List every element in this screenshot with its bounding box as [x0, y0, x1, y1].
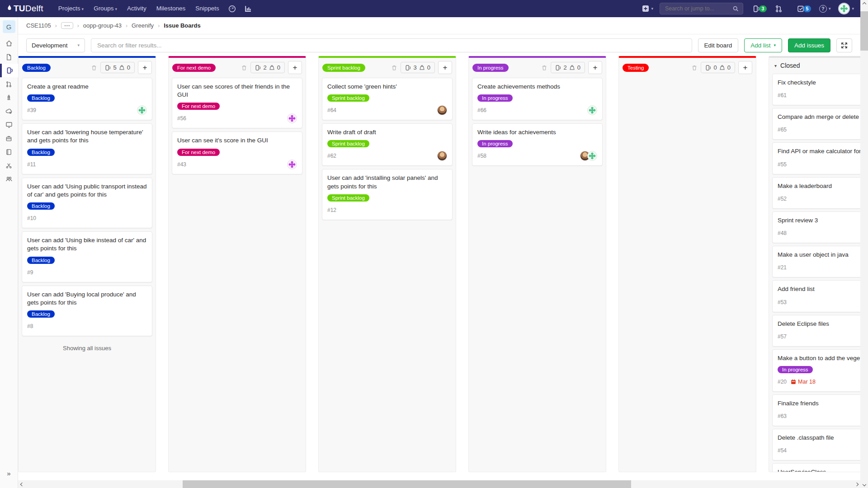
nav-groups[interactable]: Groups▾: [89, 0, 122, 18]
sidebar-item-snippets[interactable]: [0, 159, 18, 172]
sidebar-item-packages[interactable]: [0, 131, 18, 145]
issue-card[interactable]: Collect some 'green hints'Sprint backlog…: [322, 78, 453, 120]
avatar-photo[interactable]: [437, 151, 447, 161]
instance-statistics-icon[interactable]: [244, 5, 252, 13]
user-menu-button[interactable]: ▾: [838, 3, 854, 14]
project-avatar[interactable]: G: [3, 20, 15, 33]
issue-card[interactable]: Add friend list#53: [772, 280, 860, 312]
delete-list-button[interactable]: [541, 65, 547, 71]
breadcrumb-subgroup[interactable]: oopp-group-43: [83, 22, 122, 29]
delete-list-button[interactable]: [241, 65, 247, 71]
add-issue-to-list-button[interactable]: +: [288, 61, 302, 74]
sidebar-item-members[interactable]: [0, 172, 18, 186]
delete-list-button[interactable]: [91, 65, 97, 71]
issue-card[interactable]: Write draft of draftSprint backlog#62: [322, 123, 453, 166]
breadcrumb-ellipsis[interactable]: ⋯: [61, 22, 73, 29]
issue-card[interactable]: User can add 'installing solar panels' a…: [322, 169, 453, 220]
avatar-photo[interactable]: [437, 105, 447, 115]
issue-card[interactable]: User can see it's score in the GUIFor ne…: [172, 131, 302, 174]
issue-card[interactable]: User can add 'Using bike instead of car'…: [22, 231, 152, 282]
filter-search-input[interactable]: [91, 38, 692, 52]
issue-label[interactable]: Backlog: [27, 310, 55, 318]
issue-card[interactable]: User can add 'lowering house temperature…: [22, 123, 152, 174]
add-issues-button[interactable]: Add issues: [788, 38, 830, 52]
issue-card[interactable]: Create a great readmeBacklog#39: [22, 78, 152, 120]
issue-label[interactable]: Sprint backlog: [327, 94, 369, 102]
avatar-identicon[interactable]: [287, 113, 297, 123]
issue-card[interactable]: User can add 'Using public transport ins…: [22, 178, 152, 228]
vertical-scrollbar[interactable]: [860, 0, 868, 488]
sidebar-item-merge-requests[interactable]: [0, 77, 18, 91]
delete-list-button[interactable]: [691, 65, 698, 71]
issue-card[interactable]: Delete Eclipse files#57: [772, 315, 860, 347]
breadcrumb-group[interactable]: CSE1105: [26, 22, 51, 29]
sidebar-expand-toggle[interactable]: »: [7, 469, 10, 477]
issue-card[interactable]: UserServiceClass#50: [772, 463, 860, 472]
issue-card[interactable]: Sprint review 3#48: [772, 211, 860, 243]
issues-counter-button[interactable]: 3: [753, 5, 767, 13]
issue-card[interactable]: Make a button to add the vegetarianIn pr…: [772, 349, 860, 392]
global-search-input[interactable]: [664, 5, 733, 12]
sidebar-item-environments[interactable]: [0, 118, 18, 131]
avatar-identicon[interactable]: [587, 151, 597, 161]
issue-card[interactable]: Make a user object in java#21: [772, 246, 860, 277]
issue-card[interactable]: Create achievements methodsIn progress#6…: [472, 78, 603, 120]
issue-card[interactable]: User can see scores of their friends in …: [172, 78, 302, 128]
vertical-scrollbar-thumb[interactable]: [860, 11, 868, 51]
add-issue-to-list-button[interactable]: +: [588, 61, 602, 74]
sidebar-item-overview[interactable]: [0, 37, 18, 50]
issue-label[interactable]: Backlog: [27, 94, 55, 102]
sidebar-item-issues[interactable]: [0, 64, 18, 77]
sidebar-item-ci-cd[interactable]: [0, 91, 18, 104]
fullscreen-button[interactable]: [836, 38, 852, 52]
todos-button[interactable]: 5: [797, 5, 811, 13]
issue-label[interactable]: In progress: [477, 140, 513, 147]
breadcrumb-project[interactable]: Greenify: [132, 22, 154, 29]
nav-snippets[interactable]: Snippets: [190, 0, 224, 17]
issue-label[interactable]: Sprint backlog: [327, 194, 369, 202]
operations-dashboard-icon[interactable]: [228, 5, 236, 13]
collapse-list-chevron[interactable]: ▾: [774, 63, 777, 68]
issue-label[interactable]: Backlog: [27, 149, 55, 156]
scroll-down-arrow[interactable]: [860, 480, 868, 488]
global-search[interactable]: [660, 3, 743, 14]
add-issue-to-list-button[interactable]: +: [438, 61, 452, 74]
nav-milestones[interactable]: Milestones: [151, 0, 191, 17]
sidebar-item-repository[interactable]: [0, 50, 18, 64]
horizontal-scrollbar-thumb[interactable]: [183, 480, 631, 488]
merge-requests-button[interactable]: 0: [775, 5, 789, 13]
issue-card[interactable]: Find API or make calculator for CO2#55: [772, 142, 860, 174]
issue-card[interactable]: Make a leaderboard#52: [772, 177, 860, 209]
add-issue-to-list-button[interactable]: +: [738, 61, 752, 74]
horizontal-scrollbar[interactable]: [18, 480, 860, 488]
sidebar-item-operations[interactable]: [0, 104, 18, 118]
avatar-identicon[interactable]: [587, 105, 597, 115]
scroll-right-arrow[interactable]: [853, 480, 860, 488]
issue-card[interactable]: Write ideas for achievementsIn progress#…: [472, 123, 603, 166]
new-menu-button[interactable]: ▾: [642, 5, 653, 12]
issue-card[interactable]: Compare adn merge or delete old b#65: [772, 108, 860, 140]
issue-card[interactable]: Delete .classpath file#54: [772, 429, 860, 460]
issue-label[interactable]: Backlog: [27, 257, 55, 264]
add-list-button[interactable]: Add list ▾: [744, 38, 782, 52]
tudelft-logo[interactable]: TUDelft: [6, 4, 43, 14]
scroll-up-arrow[interactable]: [860, 0, 868, 8]
issue-label[interactable]: For next demo: [177, 149, 220, 156]
sidebar-item-wiki[interactable]: [0, 145, 18, 159]
edit-board-button[interactable]: Edit board: [698, 38, 739, 52]
scroll-left-arrow[interactable]: [18, 480, 26, 488]
avatar-identicon[interactable]: [137, 105, 147, 115]
issue-card[interactable]: Finalize friends#63: [772, 394, 860, 426]
issue-label[interactable]: Backlog: [27, 202, 55, 210]
issue-label[interactable]: Sprint backlog: [327, 140, 369, 147]
nav-activity[interactable]: Activity: [122, 0, 151, 17]
help-menu-button[interactable]: ? ▾: [819, 5, 831, 13]
issue-card[interactable]: User can add 'Buying local produce' and …: [22, 286, 152, 336]
issue-label[interactable]: For next demo: [177, 103, 220, 110]
issue-card[interactable]: Fix checkstyle#61: [772, 74, 860, 105]
delete-list-button[interactable]: [391, 65, 397, 71]
board-switcher-dropdown[interactable]: Development ▾: [26, 38, 85, 52]
issue-label[interactable]: In progress: [778, 366, 813, 373]
nav-projects[interactable]: Projects▾: [53, 0, 89, 18]
add-issue-to-list-button[interactable]: +: [138, 61, 152, 74]
